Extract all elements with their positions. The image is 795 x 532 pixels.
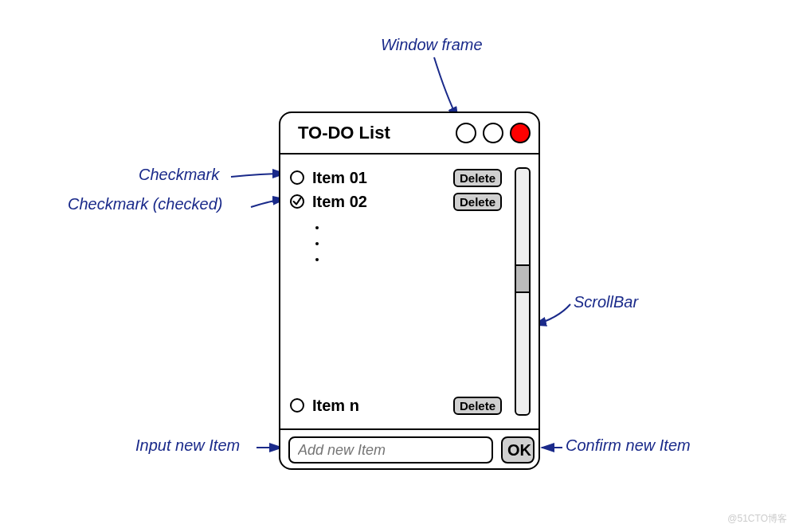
checkmark-unchecked-icon[interactable] [290, 170, 304, 185]
checkmark-checked-icon[interactable] [290, 194, 304, 209]
delete-button[interactable]: Delete [453, 397, 502, 415]
list-item: Item n Delete [290, 393, 534, 417]
item-label: Item 02 [312, 193, 453, 211]
window-button-1[interactable] [456, 123, 476, 143]
window-close-button[interactable] [510, 123, 531, 143]
scrollbar-thumb[interactable] [516, 264, 529, 293]
item-label: Item 01 [312, 169, 453, 187]
item-label: Item n [312, 397, 453, 415]
confirm-button[interactable]: OK [501, 436, 535, 464]
app-window: TO-DO List Item 01 Delete Item 02 Delete [279, 111, 540, 470]
title-bar: TO-DO List [280, 113, 538, 155]
delete-button[interactable]: Delete [453, 169, 502, 187]
delete-button[interactable]: Delete [453, 193, 502, 211]
footer: OK [280, 428, 538, 470]
window-button-2[interactable] [483, 123, 503, 143]
add-item-input[interactable] [288, 436, 493, 464]
list-area: Item 01 Delete Item 02 Delete Item n Del… [280, 155, 538, 428]
ellipsis-icon [315, 226, 534, 261]
checkmark-unchecked-icon[interactable] [290, 398, 304, 413]
scrollbar[interactable] [515, 167, 531, 416]
window-title: TO-DO List [298, 123, 449, 143]
watermark: @51CTO博客 [727, 512, 787, 526]
list-item: Item 01 Delete [290, 166, 534, 190]
list-item: Item 02 Delete [290, 190, 534, 213]
